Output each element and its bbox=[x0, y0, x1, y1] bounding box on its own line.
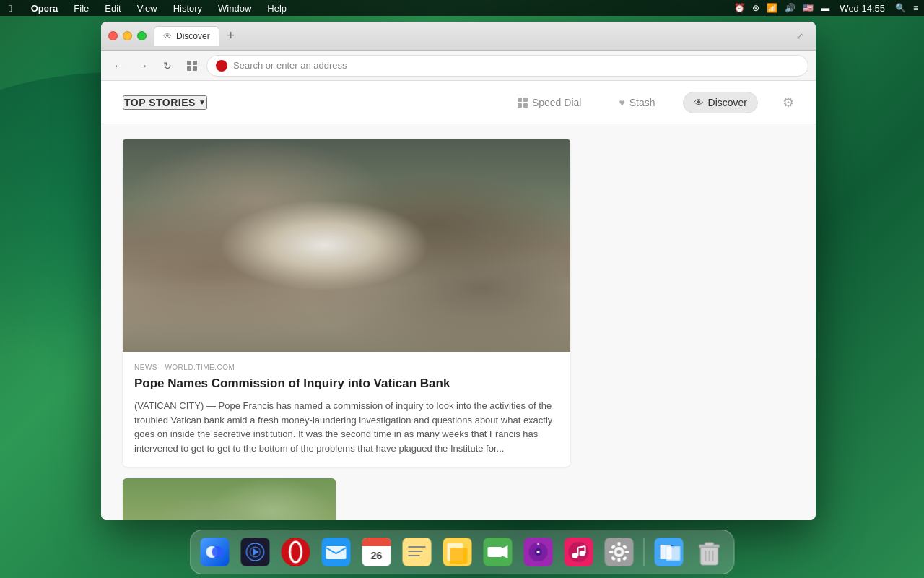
dock-item-itunes[interactable] bbox=[560, 533, 598, 571]
help-menu[interactable]: Help bbox=[264, 3, 289, 14]
svg-point-32 bbox=[537, 551, 540, 553]
card-image-pope bbox=[123, 139, 570, 352]
forward-button[interactable]: → bbox=[133, 56, 153, 76]
dock-item-calendar[interactable]: 26 bbox=[358, 533, 396, 571]
menubar-left:  Opera File Edit View History Window He… bbox=[6, 3, 289, 14]
time-machine-icon[interactable]: ⏰ bbox=[734, 3, 745, 13]
browser-window: 👁 Discover + ⤢ ← → ↻ Se bbox=[101, 22, 816, 520]
svg-text:26: 26 bbox=[371, 550, 383, 561]
dock-item-opera[interactable] bbox=[277, 533, 315, 571]
active-tab[interactable]: 👁 Discover bbox=[154, 26, 219, 46]
dock-item-dvdplayer[interactable] bbox=[520, 533, 557, 571]
speed-dial-label: Speed Dial bbox=[532, 97, 582, 108]
card-excerpt-pope: (VATICAN CITY) — Pope Francis has named … bbox=[134, 399, 559, 455]
dropdown-chevron-icon: ▼ bbox=[199, 98, 206, 106]
svg-point-6 bbox=[212, 546, 224, 558]
opera-logo-icon bbox=[216, 60, 227, 72]
dock-item-trash[interactable] bbox=[691, 533, 728, 571]
svg-rect-47 bbox=[625, 551, 629, 553]
view-menu[interactable]: View bbox=[134, 3, 160, 14]
page-nav-right: Speed Dial ♥ Stash 👁 Discover ⚙ bbox=[507, 92, 794, 113]
dock-item-launchpad[interactable] bbox=[237, 533, 274, 571]
edit-menu[interactable]: Edit bbox=[102, 3, 123, 14]
svg-rect-58 bbox=[705, 543, 714, 546]
card-image-tennis bbox=[123, 478, 336, 520]
desktop:  Opera File Edit View History Window He… bbox=[0, 0, 924, 578]
page-content: TOP STORIES ▼ Speed Dial ♥ bbox=[101, 81, 816, 520]
back-button[interactable]: ← bbox=[108, 56, 128, 76]
dock-separator bbox=[644, 538, 645, 566]
news-grid: NEWS - WORLD.TIME.COM Pope Names Commiss… bbox=[101, 124, 816, 520]
card-source-pope: NEWS - WORLD.TIME.COM bbox=[134, 363, 559, 371]
address-text: Search or enter an address bbox=[233, 60, 799, 71]
reload-button[interactable]: ↻ bbox=[157, 56, 178, 76]
svg-rect-25 bbox=[450, 548, 468, 564]
tennis-image bbox=[123, 478, 336, 520]
tabs-button[interactable] bbox=[182, 56, 202, 76]
dock-item-notes[interactable] bbox=[398, 533, 436, 571]
svg-point-43 bbox=[617, 550, 622, 554]
file-menu[interactable]: File bbox=[71, 3, 92, 14]
window-menu[interactable]: Window bbox=[215, 3, 254, 14]
history-menu[interactable]: History bbox=[170, 3, 205, 14]
card-title-pope: Pope Names Commission of Inquiry into Va… bbox=[134, 376, 559, 392]
page-nav: TOP STORIES ▼ Speed Dial ♥ bbox=[101, 81, 816, 124]
dock-item-mail[interactable] bbox=[318, 533, 355, 571]
stash-nav[interactable]: ♥ Stash bbox=[609, 92, 665, 113]
svg-rect-17 bbox=[362, 542, 391, 546]
stash-heart-icon: ♥ bbox=[619, 97, 624, 108]
menubar-right: ⏰ ⊛ 📶 🔊 🇺🇸 ▬ Wed 14:55 🔍 ≡ bbox=[734, 3, 918, 14]
apple-menu[interactable]:  bbox=[6, 3, 15, 14]
svg-rect-2 bbox=[187, 66, 191, 71]
app-name-menu[interactable]: Opera bbox=[28, 3, 61, 14]
stash-label: Stash bbox=[629, 97, 655, 108]
wifi-icon[interactable]: 📶 bbox=[767, 3, 777, 13]
dock-item-stickies[interactable] bbox=[439, 533, 476, 571]
speed-dial-icon bbox=[518, 98, 528, 108]
svg-point-33 bbox=[537, 543, 539, 545]
svg-point-36 bbox=[572, 553, 578, 558]
svg-rect-1 bbox=[193, 61, 197, 65]
top-stories-button[interactable]: TOP STORIES ▼ bbox=[123, 95, 207, 110]
address-bar[interactable]: Search or enter an address bbox=[206, 55, 808, 77]
svg-rect-20 bbox=[409, 546, 426, 548]
settings-icon[interactable]: ⚙ bbox=[783, 95, 794, 111]
dock-item-facetime[interactable] bbox=[479, 533, 517, 571]
tab-discover-label: Discover bbox=[176, 31, 210, 41]
clock: Wed 14:55 bbox=[837, 3, 888, 14]
minimize-button[interactable] bbox=[123, 31, 132, 40]
svg-rect-45 bbox=[618, 558, 621, 562]
notification-icon[interactable]: ≡ bbox=[913, 3, 918, 13]
discover-nav[interactable]: 👁 Discover bbox=[683, 92, 758, 113]
traffic-lights bbox=[108, 31, 147, 40]
close-button[interactable] bbox=[108, 31, 118, 40]
search-icon[interactable]: 🔍 bbox=[895, 3, 906, 13]
dock-item-documents[interactable] bbox=[650, 533, 688, 571]
expand-icon[interactable]: ⤢ bbox=[791, 27, 808, 45]
flag-icon[interactable]: 🇺🇸 bbox=[803, 3, 814, 13]
tab-discover-icon: 👁 bbox=[163, 31, 172, 41]
card-body-pope: NEWS - WORLD.TIME.COM Pope Names Commiss… bbox=[123, 352, 570, 467]
svg-rect-46 bbox=[609, 551, 614, 553]
discover-eye-icon: 👁 bbox=[694, 97, 704, 108]
dock-item-systemprefs[interactable] bbox=[601, 533, 638, 571]
top-stories-label: TOP STORIES bbox=[124, 97, 196, 108]
volume-icon[interactable]: 🔊 bbox=[785, 3, 796, 13]
svg-rect-0 bbox=[187, 61, 191, 65]
speed-dial-nav[interactable]: Speed Dial bbox=[507, 92, 592, 113]
news-card-tennis[interactable]: SPORTS - BBC.CO.UK Azarenka pulls out of… bbox=[123, 478, 336, 520]
news-card-pope[interactable]: NEWS - WORLD.TIME.COM Pope Names Commiss… bbox=[123, 139, 570, 467]
maximize-button[interactable] bbox=[137, 31, 147, 40]
battery-icon[interactable]: ▬ bbox=[821, 3, 829, 13]
nav-bar: ← → ↻ Search or enter an address bbox=[101, 51, 816, 81]
svg-rect-55 bbox=[666, 546, 681, 561]
title-bar: 👁 Discover + ⤢ bbox=[101, 22, 816, 51]
new-tab-button[interactable]: + bbox=[222, 27, 240, 45]
menubar:  Opera File Edit View History Window He… bbox=[0, 0, 924, 16]
tab-bar: 👁 Discover + ⤢ bbox=[154, 26, 808, 46]
svg-rect-22 bbox=[409, 555, 420, 556]
bluetooth-icon[interactable]: ⊛ bbox=[752, 3, 759, 13]
dock-item-finder[interactable] bbox=[196, 533, 234, 571]
svg-rect-21 bbox=[409, 551, 423, 552]
svg-point-37 bbox=[580, 551, 585, 556]
